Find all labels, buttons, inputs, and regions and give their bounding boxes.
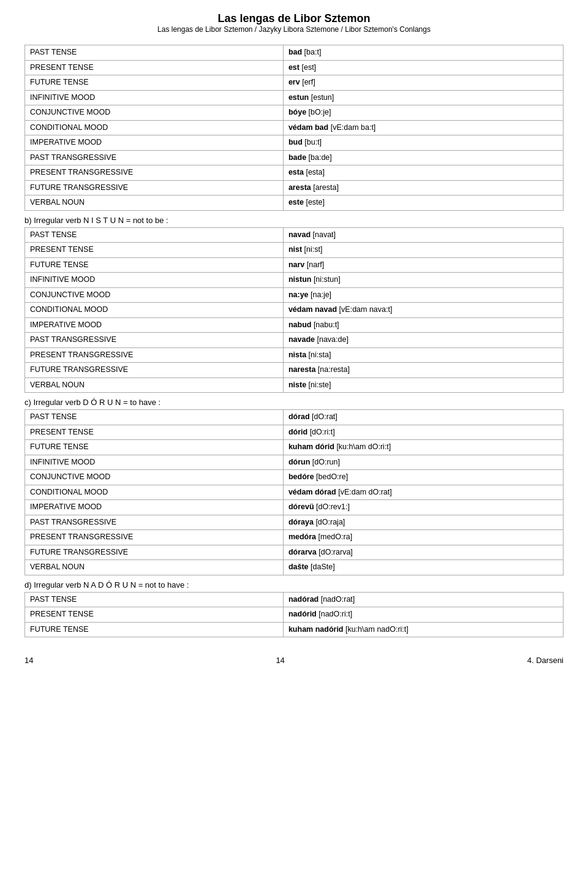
row-label: CONDITIONAL MOOD — [25, 485, 284, 500]
row-label: FUTURE TENSE — [25, 622, 284, 637]
row-value: naresta [na:resta] — [283, 363, 563, 378]
table-row: PAST TENSEdórad [dO:rat] — [25, 410, 564, 425]
row-label: PAST TRANSGRESSIVE — [25, 515, 284, 530]
row-value: kuham nadórid [ku:h\am nadO:ri:t] — [283, 622, 563, 637]
page-title: Las lengas de Libor Sztemon — [24, 12, 564, 25]
row-value: medóra [medO:ra] — [283, 530, 563, 545]
row-label: CONJUNCTIVE MOOD — [25, 287, 284, 303]
table-row: PAST TRANSGRESSIVEdóraya [dO:raja] — [25, 515, 564, 530]
row-label: PAST TRANSGRESSIVE — [25, 150, 284, 165]
table-row: IMPERATIVE MOODbud [bu:t] — [25, 135, 564, 151]
row-label: FUTURE TRANSGRESSIVE — [25, 363, 284, 378]
table-row: PAST TENSEbad [ba:t] — [25, 45, 564, 61]
row-value: nabud [nabu:t] — [283, 317, 563, 333]
row-value: nistun [ni:stun] — [283, 273, 563, 288]
row-label: PRESENT TENSE — [25, 607, 284, 623]
table-row: PAST TRANSGRESSIVEnavade [nava:de] — [25, 333, 564, 348]
row-value: dórid [dO:ri:t] — [283, 425, 563, 440]
row-value: védam navad [vE:dam nava:t] — [283, 303, 563, 318]
table-row: FUTURE TRANSGRESSIVEaresta [aresta] — [25, 180, 564, 195]
row-label: PRESENT TRANSGRESSIVE — [25, 165, 284, 181]
table-row: PRESENT TENSEest [est] — [25, 60, 564, 75]
footer-left: 14 — [24, 656, 33, 665]
table-a: PAST TENSEbad [ba:t]PRESENT TENSEest [es… — [24, 45, 564, 211]
row-value: narv [narf] — [283, 257, 563, 273]
row-value: dórad [dO:rat] — [283, 410, 563, 425]
table-section-b: PAST TENSEnavad [navat]PRESENT TENSEnist… — [24, 227, 564, 393]
table-row: IMPERATIVE MOODdórevü [dO:rev1:] — [25, 500, 564, 515]
row-value: nadórad [nadO:rat] — [283, 592, 563, 607]
table-row: INFINITIVE MOODdórun [dO:run] — [25, 455, 564, 470]
table-section-d: PAST TENSEnadórad [nadO:rat]PRESENT TENS… — [24, 592, 564, 638]
row-label: CONDITIONAL MOOD — [25, 303, 284, 318]
table-row: CONJUNCTIVE MOODbedóre [bedO:re] — [25, 470, 564, 485]
table-row: PAST TRANSGRESSIVEbade [ba:de] — [25, 150, 564, 165]
table-row: FUTURE TENSEnarv [narf] — [25, 257, 564, 273]
table-row: PRESENT TRANSGRESSIVEmedóra [medO:ra] — [25, 530, 564, 545]
row-label: PRESENT TRANSGRESSIVE — [25, 347, 284, 363]
row-label: PRESENT TENSE — [25, 60, 284, 75]
table-row: PRESENT TRANSGRESSIVEnista [ni:sta] — [25, 347, 564, 363]
footer-center: 14 — [33, 656, 527, 665]
row-value: védam bad [vE:dam ba:t] — [283, 120, 563, 135]
row-label: IMPERATIVE MOOD — [25, 500, 284, 515]
row-label: PRESENT TENSE — [25, 243, 284, 258]
row-label: CONJUNCTIVE MOOD — [25, 105, 284, 121]
page-header: Las lengas de Libor Sztemon Las lengas d… — [24, 12, 564, 34]
row-label: FUTURE TENSE — [25, 440, 284, 455]
row-value: bóye [bO:je] — [283, 105, 563, 121]
row-value: dórarva [dO:rarva] — [283, 545, 563, 560]
row-label: INFINITIVE MOOD — [25, 455, 284, 470]
page-footer: 14 14 4. Darseni — [24, 656, 564, 665]
table-row: PRESENT TENSEdórid [dO:ri:t] — [25, 425, 564, 440]
table-section-c: PAST TENSEdórad [dO:rat]PRESENT TENSEdór… — [24, 409, 564, 575]
table-section-a: PAST TENSEbad [ba:t]PRESENT TENSEest [es… — [24, 45, 564, 211]
page-subtitle: Las lengas de Libor Sztemon / Jazyky Lib… — [24, 25, 564, 34]
table-row: CONDITIONAL MOODvédam navad [vE:dam nava… — [25, 303, 564, 318]
row-label: IMPERATIVE MOOD — [25, 317, 284, 333]
row-value: dórevü [dO:rev1:] — [283, 500, 563, 515]
row-label: CONJUNCTIVE MOOD — [25, 470, 284, 485]
table-row: CONJUNCTIVE MOODbóye [bO:je] — [25, 105, 564, 121]
row-label: FUTURE TENSE — [25, 75, 284, 91]
table-d: PAST TENSEnadórad [nadO:rat]PRESENT TENS… — [24, 592, 564, 638]
row-label: FUTURE TRANSGRESSIVE — [25, 180, 284, 195]
row-label: PAST TRANSGRESSIVE — [25, 333, 284, 348]
row-label: VERBAL NOUN — [25, 377, 284, 393]
row-value: dórun [dO:run] — [283, 455, 563, 470]
row-value: na:ye [na:je] — [283, 287, 563, 303]
row-label: INFINITIVE MOOD — [25, 90, 284, 105]
row-value: dóraya [dO:raja] — [283, 515, 563, 530]
row-label: PAST TENSE — [25, 592, 284, 607]
row-value: kuham dórid [ku:h\am dO:ri:t] — [283, 440, 563, 455]
section-d-label: d) Irregular verb N A D Ó R U N = not to… — [24, 580, 564, 590]
row-label: FUTURE TENSE — [25, 257, 284, 273]
row-value: bud [bu:t] — [283, 135, 563, 151]
table-row: INFINITIVE MOODestun [estun] — [25, 90, 564, 105]
row-label: VERBAL NOUN — [25, 560, 284, 575]
table-row: PRESENT TENSEnadórid [nadO:ri:t] — [25, 607, 564, 623]
table-row: FUTURE TENSEkuham nadórid [ku:h\am nadO:… — [25, 622, 564, 637]
row-label: CONDITIONAL MOOD — [25, 120, 284, 135]
row-label: PRESENT TRANSGRESSIVE — [25, 530, 284, 545]
row-value: bade [ba:de] — [283, 150, 563, 165]
row-value: bedóre [bedO:re] — [283, 470, 563, 485]
row-value: nist [ni:st] — [283, 243, 563, 258]
table-row: INFINITIVE MOODnistun [ni:stun] — [25, 273, 564, 288]
table-row: FUTURE TENSEerv [erf] — [25, 75, 564, 91]
table-row: FUTURE TENSEkuham dórid [ku:h\am dO:ri:t… — [25, 440, 564, 455]
table-row: VERBAL NOUNdašte [daSte] — [25, 560, 564, 575]
row-value: erv [erf] — [283, 75, 563, 91]
table-row: PRESENT TENSEnist [ni:st] — [25, 243, 564, 258]
table-row: CONJUNCTIVE MOODna:ye [na:je] — [25, 287, 564, 303]
row-label: FUTURE TRANSGRESSIVE — [25, 545, 284, 560]
row-value: este [este] — [283, 195, 563, 211]
table-row: IMPERATIVE MOODnabud [nabu:t] — [25, 317, 564, 333]
row-value: estun [estun] — [283, 90, 563, 105]
row-value: navad [navat] — [283, 227, 563, 243]
table-row: FUTURE TRANSGRESSIVEdórarva [dO:rarva] — [25, 545, 564, 560]
table-row: VERBAL NOUNeste [este] — [25, 195, 564, 211]
table-row: CONDITIONAL MOODvédam bad [vE:dam ba:t] — [25, 120, 564, 135]
row-label: PAST TENSE — [25, 410, 284, 425]
section-c-label: c) Irregular verb D Ó R U N = to have : — [24, 398, 564, 407]
